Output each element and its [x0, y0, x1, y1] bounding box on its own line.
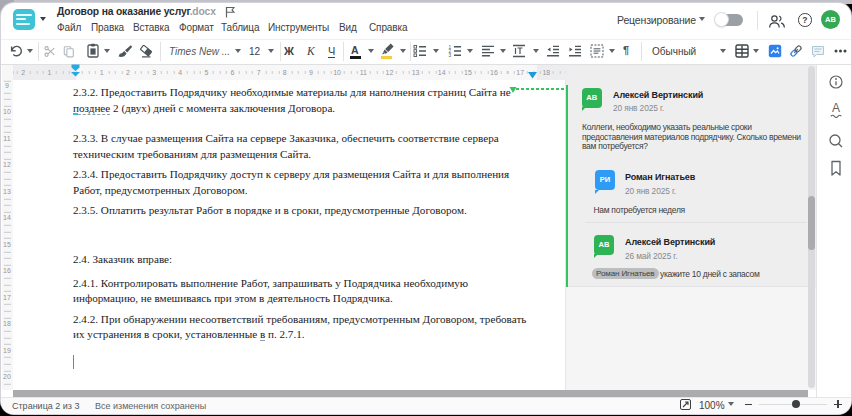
svg-text:А: А: [832, 101, 840, 115]
svg-text:3: 3: [449, 53, 452, 58]
